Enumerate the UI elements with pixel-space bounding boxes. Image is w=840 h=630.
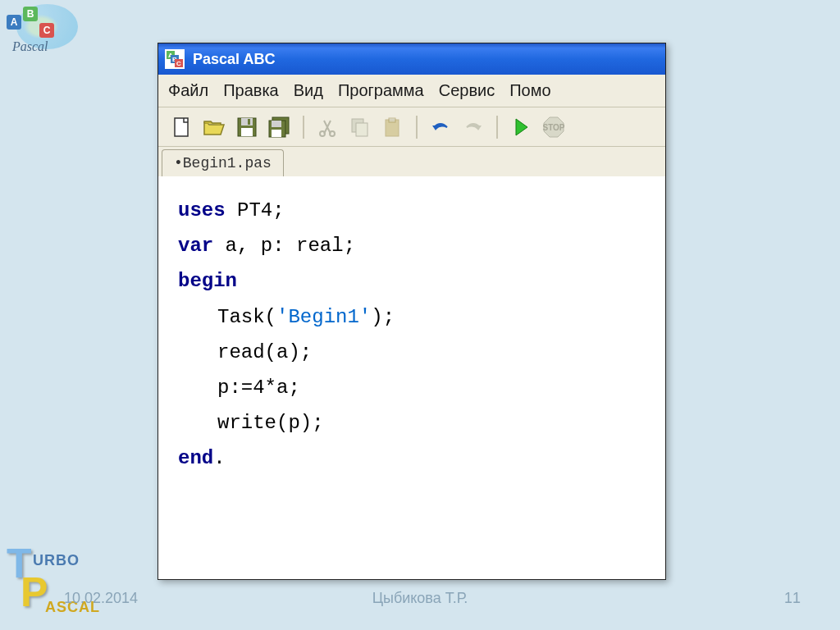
- turbo-p: P: [21, 568, 48, 616]
- footer-page-number: 11: [784, 590, 801, 607]
- copy-button[interactable]: [347, 114, 373, 140]
- svg-point-9: [320, 131, 325, 136]
- menu-edit[interactable]: Правка: [223, 81, 279, 100]
- menubar: Файл Правка Вид Программа Сервис Помо: [158, 75, 665, 107]
- play-icon: [513, 117, 529, 137]
- svg-rect-12: [356, 123, 368, 136]
- abc-a: A: [7, 15, 21, 30]
- menu-file[interactable]: Файл: [168, 81, 208, 100]
- stop-icon: STOP: [542, 116, 565, 139]
- toolbar-separator: [303, 116, 304, 139]
- turbo-pascal-logo: T URBO P ASCAL: [0, 540, 107, 630]
- svg-rect-8: [272, 130, 281, 137]
- pascal-logo: A B C Pascal: [0, 0, 82, 62]
- code-line: read(a);: [178, 335, 646, 370]
- floppy-icon: [236, 116, 258, 138]
- keyword-uses: uses: [178, 199, 226, 221]
- code-line: var a, p: real;: [178, 228, 646, 263]
- tabbar: •Begin1.pas: [158, 147, 665, 176]
- open-button[interactable]: [201, 114, 227, 140]
- menu-view[interactable]: Вид: [294, 81, 323, 100]
- svg-rect-14: [389, 118, 395, 122]
- code-line: uses PT4;: [178, 193, 646, 228]
- toolbar-separator: [496, 116, 498, 139]
- svg-rect-2: [241, 118, 253, 126]
- svg-rect-0: [175, 118, 188, 136]
- menu-service[interactable]: Сервис: [439, 81, 495, 100]
- new-file-icon: [171, 116, 192, 138]
- save-all-button[interactable]: [267, 114, 293, 140]
- open-folder-icon: [203, 116, 226, 138]
- code-line: end.: [178, 441, 646, 476]
- undo-icon: [429, 119, 452, 135]
- code-text: read(a);: [217, 341, 312, 363]
- run-button[interactable]: [508, 114, 534, 140]
- menu-program[interactable]: Программа: [338, 81, 424, 100]
- window-title: Pascal ABC: [193, 51, 275, 68]
- paste-button[interactable]: [380, 114, 406, 140]
- svg-point-10: [330, 131, 335, 136]
- svg-rect-7: [272, 121, 281, 127]
- pascal-abc-window: A B C Pascal ABC Файл Правка Вид Програм…: [158, 43, 666, 580]
- save-all-icon: [267, 116, 292, 139]
- svg-rect-4: [248, 119, 250, 125]
- stop-button[interactable]: STOP: [541, 114, 567, 140]
- keyword-end: end: [178, 447, 213, 469]
- menu-help[interactable]: Помо: [509, 81, 550, 100]
- code-text: Task(: [217, 306, 276, 328]
- toolbar: STOP: [158, 107, 665, 147]
- code-line: write(p);: [178, 405, 646, 441]
- copy-icon: [349, 116, 371, 138]
- footer-author: Цыбикова Т.Р.: [372, 590, 468, 607]
- app-icon-c: C: [175, 59, 183, 67]
- clipboard-icon: [382, 116, 404, 138]
- code-text: p:=4*a;: [217, 377, 300, 399]
- svg-text:STOP: STOP: [542, 123, 564, 132]
- code-text: .: [213, 447, 225, 469]
- code-string: 'Begin1': [276, 306, 371, 328]
- new-button[interactable]: [168, 114, 194, 140]
- titlebar[interactable]: A B C Pascal ABC: [158, 43, 665, 75]
- turbo-urbo: URBO: [33, 552, 80, 569]
- app-icon: A B C: [165, 49, 185, 69]
- code-text: write(p);: [217, 412, 324, 434]
- abc-boxes: A B C: [7, 7, 54, 21]
- svg-rect-3: [241, 128, 253, 136]
- code-text: a, p: real;: [213, 235, 355, 257]
- code-line: Task('Begin1');: [178, 299, 646, 335]
- abc-c: C: [39, 23, 54, 38]
- keyword-begin: begin: [178, 270, 237, 292]
- tab-begin1[interactable]: •Begin1.pas: [162, 149, 284, 176]
- undo-button[interactable]: [427, 114, 454, 140]
- redo-icon: [462, 119, 485, 135]
- redo-button[interactable]: [460, 114, 486, 140]
- pascal-logo-text: Pascal: [12, 39, 48, 54]
- code-text: PT4;: [226, 199, 285, 221]
- toolbar-separator: [416, 116, 418, 139]
- save-button[interactable]: [234, 114, 260, 140]
- cut-button[interactable]: [314, 114, 340, 140]
- abc-b: B: [23, 7, 38, 21]
- code-line: begin: [178, 263, 646, 299]
- scissors-icon: [317, 117, 337, 137]
- code-editor[interactable]: uses PT4; var a, p: real; begin Task('Be…: [158, 176, 665, 579]
- code-line: p:=4*a;: [178, 370, 646, 405]
- code-text: );: [371, 306, 395, 328]
- footer-date: 10.02.2014: [64, 590, 138, 607]
- keyword-var: var: [178, 235, 213, 257]
